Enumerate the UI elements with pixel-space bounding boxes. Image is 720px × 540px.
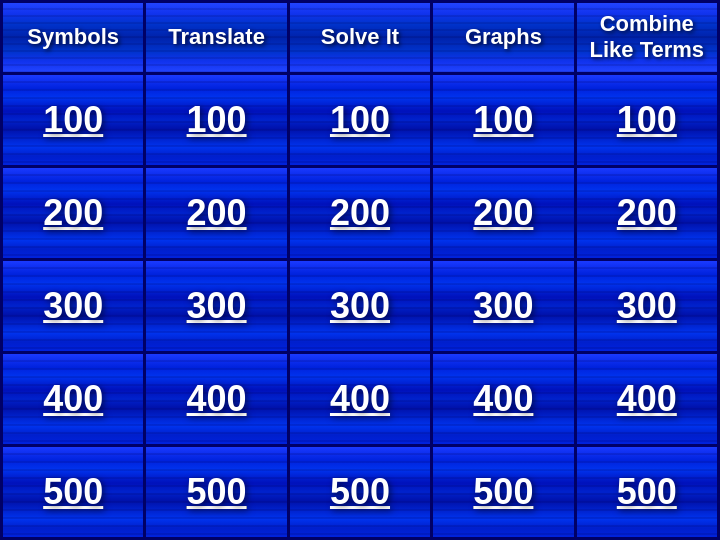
header-graphs-label: Graphs	[465, 24, 542, 50]
cell-graphs-100[interactable]: 100	[433, 75, 573, 165]
value-translate-400: 400	[187, 378, 247, 420]
cell-combine-400[interactable]: 400	[577, 354, 717, 444]
value-combine-500: 500	[617, 471, 677, 513]
jeopardy-grid: Symbols Translate Solve It Graphs Combin…	[0, 0, 720, 540]
header-graphs: Graphs	[433, 3, 573, 72]
cell-translate-200[interactable]: 200	[146, 168, 286, 258]
cell-graphs-500[interactable]: 500	[433, 447, 573, 537]
cell-graphs-200[interactable]: 200	[433, 168, 573, 258]
value-combine-400: 400	[617, 378, 677, 420]
cell-graphs-300[interactable]: 300	[433, 261, 573, 351]
value-solve-300: 300	[330, 285, 390, 327]
cell-graphs-400[interactable]: 400	[433, 354, 573, 444]
cell-solve-500[interactable]: 500	[290, 447, 430, 537]
value-solve-100: 100	[330, 99, 390, 141]
header-symbols-label: Symbols	[27, 24, 119, 50]
cell-symbols-300[interactable]: 300	[3, 261, 143, 351]
value-graphs-200: 200	[473, 192, 533, 234]
value-solve-400: 400	[330, 378, 390, 420]
cell-translate-300[interactable]: 300	[146, 261, 286, 351]
cell-solve-200[interactable]: 200	[290, 168, 430, 258]
cell-solve-300[interactable]: 300	[290, 261, 430, 351]
value-combine-100: 100	[617, 99, 677, 141]
value-symbols-300: 300	[43, 285, 103, 327]
value-graphs-500: 500	[473, 471, 533, 513]
value-graphs-300: 300	[473, 285, 533, 327]
value-translate-300: 300	[187, 285, 247, 327]
header-symbols: Symbols	[3, 3, 143, 72]
value-symbols-100: 100	[43, 99, 103, 141]
cell-translate-100[interactable]: 100	[146, 75, 286, 165]
value-graphs-400: 400	[473, 378, 533, 420]
cell-symbols-200[interactable]: 200	[3, 168, 143, 258]
value-symbols-500: 500	[43, 471, 103, 513]
value-combine-300: 300	[617, 285, 677, 327]
value-translate-500: 500	[187, 471, 247, 513]
cell-symbols-400[interactable]: 400	[3, 354, 143, 444]
value-translate-200: 200	[187, 192, 247, 234]
cell-symbols-500[interactable]: 500	[3, 447, 143, 537]
cell-combine-500[interactable]: 500	[577, 447, 717, 537]
cell-combine-100[interactable]: 100	[577, 75, 717, 165]
value-translate-100: 100	[187, 99, 247, 141]
cell-translate-500[interactable]: 500	[146, 447, 286, 537]
cell-combine-200[interactable]: 200	[577, 168, 717, 258]
value-combine-200: 200	[617, 192, 677, 234]
value-solve-200: 200	[330, 192, 390, 234]
cell-solve-100[interactable]: 100	[290, 75, 430, 165]
value-symbols-400: 400	[43, 378, 103, 420]
cell-symbols-100[interactable]: 100	[3, 75, 143, 165]
header-translate: Translate	[146, 3, 286, 72]
header-solve-it-label: Solve It	[321, 24, 399, 50]
value-solve-500: 500	[330, 471, 390, 513]
value-graphs-100: 100	[473, 99, 533, 141]
value-symbols-200: 200	[43, 192, 103, 234]
header-combine-label: CombineLike Terms	[590, 11, 705, 64]
cell-combine-300[interactable]: 300	[577, 261, 717, 351]
cell-translate-400[interactable]: 400	[146, 354, 286, 444]
header-translate-label: Translate	[168, 24, 265, 50]
cell-solve-400[interactable]: 400	[290, 354, 430, 444]
header-solve-it: Solve It	[290, 3, 430, 72]
header-combine: CombineLike Terms	[577, 3, 717, 72]
